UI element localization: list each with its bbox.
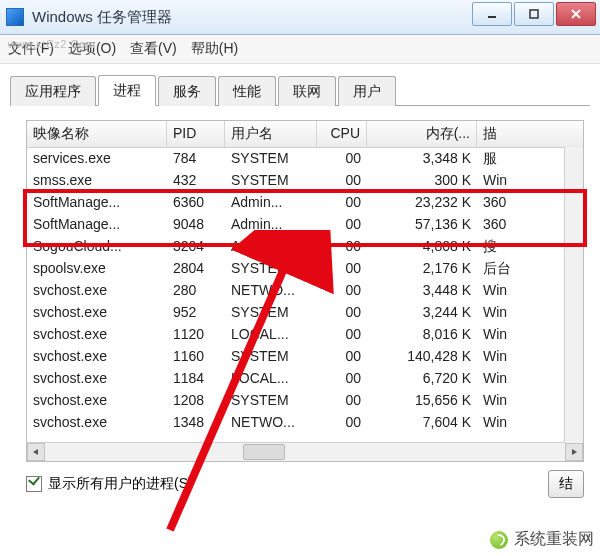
cell-name: svchost.exe [27, 302, 167, 324]
cell-pid: 1208 [167, 390, 225, 412]
table-row[interactable]: SoftManage...6360Admin...0023,232 K360 [27, 192, 583, 214]
show-all-users-checkbox[interactable]: 显示所有用户的进程(S) [26, 475, 193, 493]
cell-cpu: 00 [317, 346, 367, 368]
checkbox-icon [26, 476, 42, 492]
cell-name: services.exe [27, 148, 167, 170]
cell-cpu: 00 [317, 236, 367, 258]
cell-user: SYSTEM [225, 258, 317, 280]
table-header: 映像名称 PID 用户名 CPU 内存(... 描 [27, 121, 583, 148]
cell-pid: 3204 [167, 236, 225, 258]
table-row[interactable]: SogouCloud...3204Admin...004,808 K搜 [27, 236, 583, 258]
table-row[interactable]: svchost.exe1160SYSTEM00140,428 KWin [27, 346, 583, 368]
table-row[interactable]: smss.exe432SYSTEM00300 KWin [27, 170, 583, 192]
window-buttons [470, 2, 596, 26]
cell-cpu: 00 [317, 170, 367, 192]
cell-desc: Win [477, 280, 525, 302]
col-mem[interactable]: 内存(... [367, 121, 477, 147]
table-row[interactable]: svchost.exe1120LOCAL...008,016 KWin [27, 324, 583, 346]
minimize-button[interactable] [472, 2, 512, 26]
process-table: 映像名称 PID 用户名 CPU 内存(... 描 services.exe78… [26, 120, 584, 462]
watermark-url: www.xtCz2.Com [8, 38, 95, 50]
table-row[interactable]: svchost.exe1184LOCAL...006,720 KWin [27, 368, 583, 390]
col-pid[interactable]: PID [167, 121, 225, 147]
cell-name: smss.exe [27, 170, 167, 192]
col-user[interactable]: 用户名 [225, 121, 317, 147]
cell-name: svchost.exe [27, 280, 167, 302]
cell-mem: 6,720 K [367, 368, 477, 390]
scroll-right-icon[interactable] [565, 443, 583, 461]
app-icon [6, 8, 24, 26]
brand-text: 系统重装网 [514, 529, 594, 550]
minimize-icon [486, 8, 498, 20]
maximize-button[interactable] [514, 2, 554, 26]
cell-cpu: 00 [317, 302, 367, 324]
scroll-track[interactable] [45, 443, 565, 461]
tab-services[interactable]: 服务 [158, 76, 216, 106]
cell-mem: 7,604 K [367, 412, 477, 434]
cell-mem: 23,232 K [367, 192, 477, 214]
cell-desc: 服 [477, 148, 525, 170]
table-row[interactable]: svchost.exe1208SYSTEM0015,656 KWin [27, 390, 583, 412]
vertical-scrollbar[interactable] [564, 147, 583, 443]
cell-name: svchost.exe [27, 412, 167, 434]
cell-desc: 搜 [477, 236, 525, 258]
tab-apps[interactable]: 应用程序 [10, 76, 96, 106]
cell-user: SYSTEM [225, 390, 317, 412]
cell-cpu: 00 [317, 324, 367, 346]
end-process-button[interactable]: 结 [548, 470, 584, 498]
brand-watermark: 系统重装网 [490, 529, 594, 550]
table-row[interactable]: svchost.exe1348NETWO...007,604 KWin [27, 412, 583, 434]
svg-marker-4 [33, 449, 38, 455]
horizontal-scrollbar[interactable] [27, 442, 583, 461]
cell-cpu: 00 [317, 148, 367, 170]
table-row[interactable]: SoftManage...9048Admin...0057,136 K360 [27, 214, 583, 236]
cell-mem: 140,428 K [367, 346, 477, 368]
titlebar: Windows 任务管理器 [0, 0, 600, 35]
cell-user: SYSTEM [225, 302, 317, 324]
close-button[interactable] [556, 2, 596, 26]
cell-desc: 360 [477, 214, 525, 236]
col-desc[interactable]: 描 [477, 121, 525, 147]
cell-mem: 15,656 K [367, 390, 477, 412]
table-row[interactable]: spoolsv.exe2804SYSTEM002,176 K后台 [27, 258, 583, 280]
cell-name: svchost.exe [27, 324, 167, 346]
cell-name: svchost.exe [27, 368, 167, 390]
tab-performance[interactable]: 性能 [218, 76, 276, 106]
cell-desc: 后台 [477, 258, 525, 280]
cell-pid: 1348 [167, 412, 225, 434]
scroll-thumb[interactable] [243, 444, 285, 460]
cell-name: SoftManage... [27, 214, 167, 236]
tab-users[interactable]: 用户 [338, 76, 396, 106]
cell-cpu: 00 [317, 368, 367, 390]
table-row[interactable]: svchost.exe952SYSTEM003,244 KWin [27, 302, 583, 324]
cell-desc: 360 [477, 192, 525, 214]
cell-pid: 432 [167, 170, 225, 192]
cell-desc: Win [477, 302, 525, 324]
cell-mem: 300 K [367, 170, 477, 192]
cell-mem: 2,176 K [367, 258, 477, 280]
cell-name: SogouCloud... [27, 236, 167, 258]
menu-view[interactable]: 查看(V) [130, 40, 177, 58]
cell-user: SYSTEM [225, 346, 317, 368]
show-all-label: 显示所有用户的进程(S) [48, 475, 193, 493]
cell-cpu: 00 [317, 390, 367, 412]
table-row[interactable]: services.exe784SYSTEM003,348 K服 [27, 148, 583, 170]
cell-pid: 1160 [167, 346, 225, 368]
window-title: Windows 任务管理器 [32, 8, 172, 27]
col-name[interactable]: 映像名称 [27, 121, 167, 147]
cell-pid: 1120 [167, 324, 225, 346]
close-icon [570, 8, 582, 20]
cell-pid: 9048 [167, 214, 225, 236]
tab-network[interactable]: 联网 [278, 76, 336, 106]
scroll-left-icon[interactable] [27, 443, 45, 461]
table-row[interactable]: svchost.exe280NETWO...003,448 KWin [27, 280, 583, 302]
cell-mem: 3,244 K [367, 302, 477, 324]
menu-help[interactable]: 帮助(H) [191, 40, 238, 58]
cell-user: Admin... [225, 236, 317, 258]
cell-user: NETWO... [225, 280, 317, 302]
col-cpu[interactable]: CPU [317, 121, 367, 147]
cell-desc: Win [477, 324, 525, 346]
tab-processes[interactable]: 进程 [98, 75, 156, 106]
cell-cpu: 00 [317, 412, 367, 434]
cell-desc: Win [477, 390, 525, 412]
